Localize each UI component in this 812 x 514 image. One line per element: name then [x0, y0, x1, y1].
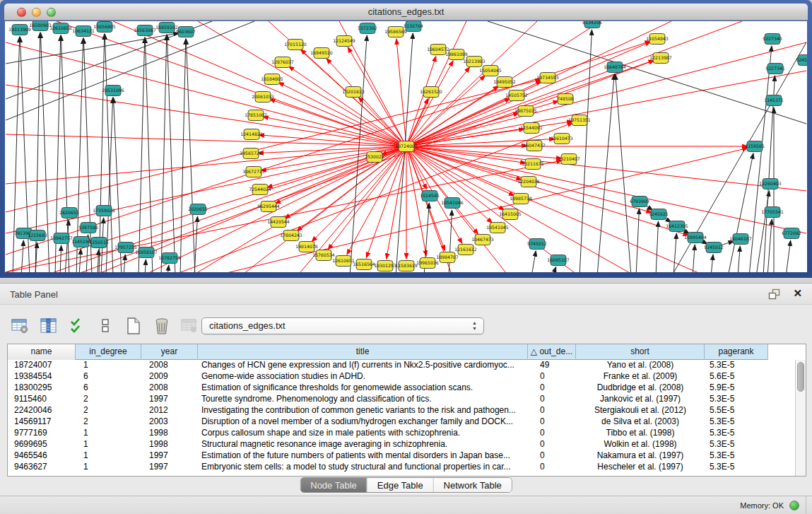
- teal-node[interactable]: 9603607: [176, 27, 196, 37]
- trash-icon[interactable]: [151, 315, 172, 337]
- yellow-node[interactable]: 13201613: [342, 87, 365, 98]
- teal-node[interactable]: 18541046: [441, 198, 464, 209]
- teal-node[interactable]: 9227340: [763, 34, 782, 45]
- yellow-node[interactable]: 13210407: [558, 154, 580, 165]
- column-header-name[interactable]: name: [8, 344, 76, 360]
- teal-node[interactable]: 16782759: [158, 253, 181, 264]
- teal-node[interactable]: 5572302: [358, 23, 377, 34]
- yellow-node[interactable]: 72544024: [249, 185, 271, 195]
- teal-node[interactable]: 1159585: [745, 141, 765, 152]
- teal-node[interactable]: 17957255: [114, 243, 137, 253]
- yellow-node[interactable]: 12204036: [517, 177, 540, 187]
- yellow-node[interactable]: 15760534: [312, 250, 335, 261]
- yellow-node[interactable]: 19734593: [536, 73, 559, 83]
- yellow-node[interactable]: 10467473: [471, 235, 494, 245]
- teal-node[interactable]: 20531096: [102, 86, 124, 96]
- teal-node[interactable]: 9397588: [78, 223, 98, 233]
- yellow-node[interactable]: 13211675: [522, 159, 544, 170]
- column-header-year[interactable]: year: [141, 344, 198, 360]
- yellow-node[interactable]: 12610651: [332, 256, 355, 267]
- tab-network-table[interactable]: Network Table: [434, 478, 512, 493]
- yellow-node[interactable]: 18724007: [395, 141, 418, 152]
- yellow-node[interactable]: 18541045: [486, 223, 509, 233]
- teal-node[interactable]: 9245012: [704, 243, 724, 253]
- yellow-node[interactable]: 11544091: [520, 123, 543, 134]
- tab-edge-table[interactable]: Edge Table: [367, 478, 434, 493]
- column-header-out_degree[interactable]: △ out_de...: [528, 344, 576, 360]
- select-all-icon[interactable]: [66, 315, 88, 337]
- table-row[interactable]: 977716911998Corpus callosum shape and si…: [8, 428, 795, 439]
- teal-node[interactable]: 16580903: [29, 21, 52, 31]
- yellow-node[interactable]: 17804243: [280, 230, 302, 241]
- teal-node[interactable]: 1145371: [764, 95, 784, 106]
- teal-node[interactable]: 6793909: [630, 197, 649, 207]
- teal-node[interactable]: 2620653: [59, 208, 79, 218]
- yellow-node[interactable]: 19875035: [514, 106, 537, 117]
- yellow-node[interactable]: 17015120: [284, 40, 307, 50]
- yellow-node[interactable]: 18604572: [427, 45, 449, 55]
- table-row[interactable]: 911546021997Tourette syndrome. Phenomeno…: [8, 394, 795, 405]
- close-panel-icon[interactable]: ✕: [793, 287, 802, 300]
- teal-node[interactable]: 16046107: [729, 234, 752, 245]
- table-row[interactable]: 2242004622012Investigating the contribut…: [8, 405, 795, 416]
- table-row[interactable]: 1456911722003Disruption of a novel membe…: [8, 416, 795, 428]
- teal-node[interactable]: 6772082: [782, 228, 801, 239]
- table-row[interactable]: 1830029562008Estimation of significance …: [8, 382, 795, 394]
- teal-node[interactable]: 18563067: [134, 25, 156, 36]
- new-document-icon[interactable]: [123, 315, 144, 337]
- yellow-node[interactable]: 16047437: [523, 141, 546, 151]
- teal-node[interactable]: 17705541: [761, 207, 784, 218]
- teal-node[interactable]: 1250515: [89, 238, 109, 248]
- yellow-node[interactable]: 12213987: [649, 53, 672, 64]
- yellow-node[interactable]: 12876037: [271, 57, 294, 68]
- column-header-pagerank[interactable]: pagerank: [705, 344, 768, 360]
- yellow-node[interactable]: 19965036: [416, 258, 439, 269]
- table-row[interactable]: 969969511998Structural magnetic resonanc…: [8, 439, 795, 450]
- yellow-node[interactable]: 96295444: [257, 201, 280, 212]
- float-panel-icon[interactable]: [768, 288, 781, 300]
- table-scrollbar[interactable]: [795, 360, 806, 476]
- yellow-node[interactable]: 16516564: [353, 259, 375, 270]
- yellow-node[interactable]: 15054045: [479, 66, 502, 76]
- teal-node[interactable]: 16959102: [155, 23, 178, 33]
- yellow-node[interactable]: 19565726: [240, 148, 262, 159]
- column-header-in_degree[interactable]: in_degree: [76, 344, 141, 360]
- teal-node[interactable]: 10634121: [72, 26, 95, 37]
- yellow-node[interactable]: 18184805: [261, 74, 283, 85]
- tab-node-table[interactable]: Node Table: [300, 478, 367, 493]
- table-row[interactable]: 946554611997Estimation of the future num…: [8, 450, 795, 462]
- yellow-node[interactable]: 748508: [557, 94, 574, 105]
- table-select-dropdown[interactable]: citations_edges.txt ▲▼: [201, 317, 484, 334]
- teal-node[interactable]: 8134206: [582, 21, 602, 28]
- citation-network-graph[interactable]: 1872400717015120128760371818480520061033…: [5, 21, 807, 272]
- yellow-node[interactable]: 18495052: [493, 77, 516, 88]
- teal-node[interactable]: 12260403: [759, 179, 782, 189]
- table-row[interactable]: 1872400712008Changes of HCN gene express…: [8, 360, 795, 371]
- yellow-node[interactable]: 10213983: [463, 57, 486, 67]
- teal-node[interactable]: 9245021: [649, 209, 669, 220]
- yellow-node[interactable]: 11054843: [646, 34, 669, 45]
- teal-node[interactable]: 2020655: [188, 204, 208, 215]
- teal-node[interactable]: 16648784: [604, 62, 626, 73]
- teal-node[interactable]: 16095107: [547, 255, 570, 266]
- network-canvas[interactable]: 1872400717015120128760371818480520061033…: [5, 21, 807, 272]
- yellow-node[interactable]: 18985734: [510, 194, 532, 204]
- table-row[interactable]: 946362711997Embryonic stem cells: a mode…: [8, 462, 795, 473]
- teal-node[interactable]: 9227341: [765, 64, 785, 74]
- teal-node[interactable]: 17359026: [93, 206, 115, 216]
- yellow-node[interactable]: 2530021: [365, 152, 384, 163]
- teal-node[interactable]: 10995404: [684, 233, 707, 243]
- yellow-node[interactable]: 19014078: [295, 242, 318, 252]
- teal-node[interactable]: 1514545: [420, 191, 440, 201]
- yellow-node[interactable]: 11610473: [551, 134, 573, 144]
- yellow-node[interactable]: 12161612: [454, 245, 477, 255]
- teal-node[interactable]: 9245113: [796, 55, 807, 66]
- yellow-node[interactable]: 20061033: [252, 92, 274, 103]
- teal-node[interactable]: 1145194: [71, 237, 91, 247]
- yellow-node[interactable]: 16415005: [499, 209, 522, 220]
- attribute-table-settings-icon[interactable]: [10, 315, 31, 337]
- yellow-node[interactable]: 16949510: [310, 48, 333, 59]
- window-titlebar[interactable]: citations_edges.txt: [4, 4, 808, 21]
- teal-node[interactable]: 12610658: [49, 23, 72, 34]
- scrollbar-thumb[interactable]: [797, 362, 804, 392]
